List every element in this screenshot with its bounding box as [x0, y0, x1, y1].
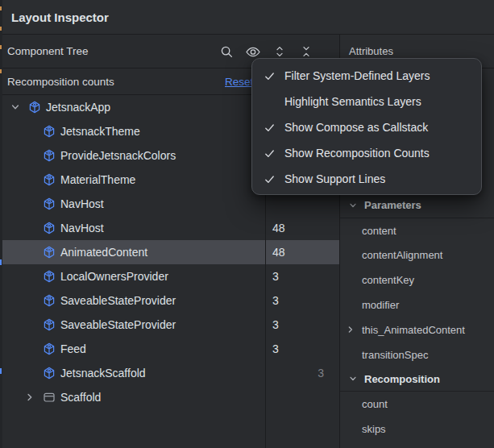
panel-title-bar: Layout Inspector	[0, 0, 494, 35]
chevron-down-icon[interactable]	[9, 102, 22, 113]
menu-item-label: Highlight Semantics Layers	[284, 95, 421, 108]
chevron-down-sm-icon[interactable]	[348, 374, 358, 384]
recomposition-count: 48	[272, 222, 285, 234]
tree-node-jetsnackscaffold[interactable]: JetsnackScaffold3	[2, 361, 339, 385]
chevron-right-icon[interactable]	[23, 392, 36, 403]
menu-item-label: Show Recomposition Counts	[284, 147, 430, 160]
attr-item-transitionspec[interactable]: transitionSpec	[340, 342, 494, 367]
tree-node-navhost[interactable]: NavHost	[2, 192, 339, 216]
check-icon	[264, 122, 284, 134]
menu-item-label: Show Compose as Callstack	[284, 121, 428, 134]
tree-node-saveablestateprovider[interactable]: SaveableStateProvider3	[2, 288, 339, 313]
panel-title: Layout Inspector	[11, 10, 109, 24]
attr-item-contentalignment[interactable]: contentAlignment	[340, 243, 494, 268]
compose-node-icon	[43, 173, 56, 186]
compose-node-icon	[43, 367, 56, 380]
compose-node-icon	[43, 149, 56, 162]
menu-item-highlight-semantics-layers[interactable]: Highlight Semantics Layers	[252, 89, 481, 114]
component-tree-title: Component Tree	[7, 45, 89, 57]
tree-node-label: LocalOwnersProvider	[60, 270, 168, 283]
tree-node-label: MaterialTheme	[60, 173, 135, 186]
tree-node-label: JetsnackTheme	[60, 125, 140, 138]
check-icon	[264, 70, 284, 82]
attr-item-count[interactable]: count	[340, 392, 494, 417]
attributes-list: ParameterscontentcontentAlignmentcontent…	[340, 193, 494, 442]
view-options-menu: Filter System-Defined LayersHighlight Se…	[251, 58, 482, 195]
check-icon	[264, 147, 284, 160]
tree-node-animatedcontent[interactable]: AnimatedContent48	[2, 240, 339, 264]
tree-node-label: ProvideJetsnackColors	[60, 149, 176, 162]
search-button[interactable]	[218, 44, 235, 60]
attr-item-label: contentAlignment	[362, 249, 442, 261]
tree-node-label: JetsnackApp	[46, 101, 110, 114]
tree-node-navhost[interactable]: NavHost48	[2, 216, 339, 240]
compose-node-icon	[43, 294, 56, 307]
attr-item-modifier[interactable]: modifier	[340, 292, 494, 317]
recomposition-skips: 3	[266, 367, 324, 380]
attributes-section-parameters[interactable]: Parameters	[340, 193, 494, 218]
compose-node-icon	[43, 318, 56, 331]
attr-item-label: contentKey	[362, 274, 414, 286]
compose-node-icon	[43, 125, 56, 138]
tree-node-label: SaveableStateProvider	[60, 318, 176, 331]
tree-node-localownersprovider[interactable]: LocalOwnersProvider3	[2, 264, 339, 288]
tree-node-label: NavHost	[60, 197, 104, 210]
attr-item-skips[interactable]: skips	[340, 417, 494, 442]
collapse-all-button[interactable]	[298, 44, 314, 60]
recomposition-count: 3	[272, 342, 279, 355]
attributes-title: Attributes	[349, 45, 393, 57]
compose-node-icon	[28, 101, 41, 114]
expand-all-button[interactable]	[272, 44, 288, 60]
attr-item-label: count	[362, 398, 388, 410]
menu-item-show-recomposition-counts[interactable]: Show Recomposition Counts	[252, 140, 481, 166]
view-node-icon	[43, 391, 56, 404]
recomposition-count: 48	[272, 246, 285, 259]
attr-item-contentkey[interactable]: contentKey	[340, 268, 494, 292]
recomposition-count: 3	[272, 270, 279, 283]
recomposition-counts-label: Recomposition counts	[7, 76, 114, 88]
reset-counts-link[interactable]: Reset	[225, 76, 253, 88]
chevron-right-sm-icon[interactable]	[346, 325, 355, 334]
check-icon	[264, 173, 284, 185]
attr-item-label: skips	[362, 423, 386, 435]
menu-item-show-support-lines[interactable]: Show Support Lines	[252, 166, 481, 192]
attr-item-content[interactable]: content	[340, 218, 494, 243]
menu-item-label: Show Support Lines	[284, 172, 385, 185]
menu-item-label: Filter System-Defined Layers	[284, 69, 430, 82]
compose-node-icon	[43, 222, 56, 234]
window-edge-stripe	[0, 0, 2, 448]
attributes-section-recomposition[interactable]: Recomposition	[340, 367, 494, 392]
tree-node-label: AnimatedContent	[60, 246, 147, 259]
attr-item-this-animatedcontent[interactable]: this_AnimatedContent	[340, 317, 494, 342]
attr-item-label: this_AnimatedContent	[362, 324, 465, 336]
tree-node-label: Scaffold	[60, 391, 101, 404]
tree-node-label: NavHost	[60, 222, 104, 234]
eye-button[interactable]	[245, 44, 261, 60]
recomposition-count: 3	[272, 318, 279, 331]
layout-inspector-window: Layout Inspector Component Tree Recompos…	[0, 0, 494, 448]
attr-item-label: modifier	[362, 299, 399, 311]
attr-item-label: content	[362, 225, 396, 237]
tree-node-label: JetsnackScaffold	[60, 367, 146, 380]
section-label: Recomposition	[364, 373, 440, 385]
section-label: Parameters	[364, 199, 421, 211]
tree-node-label: Feed	[60, 342, 86, 355]
tree-node-saveablestateprovider[interactable]: SaveableStateProvider3	[2, 313, 339, 337]
tree-node-scaffold[interactable]: Scaffold	[2, 385, 339, 409]
compose-node-icon	[43, 270, 56, 283]
menu-item-show-compose-as-callstack[interactable]: Show Compose as Callstack	[252, 114, 481, 140]
attr-item-label: transitionSpec	[362, 349, 428, 361]
tree-node-feed[interactable]: Feed3	[2, 337, 339, 361]
chevron-down-sm-icon[interactable]	[348, 201, 358, 210]
recomposition-count: 3	[272, 294, 279, 307]
tree-node-label: SaveableStateProvider	[60, 294, 176, 307]
compose-node-icon	[43, 246, 56, 259]
menu-item-filter-system-defined-layers[interactable]: Filter System-Defined Layers	[252, 63, 481, 89]
compose-node-icon	[43, 342, 56, 355]
compose-node-icon	[43, 197, 56, 210]
